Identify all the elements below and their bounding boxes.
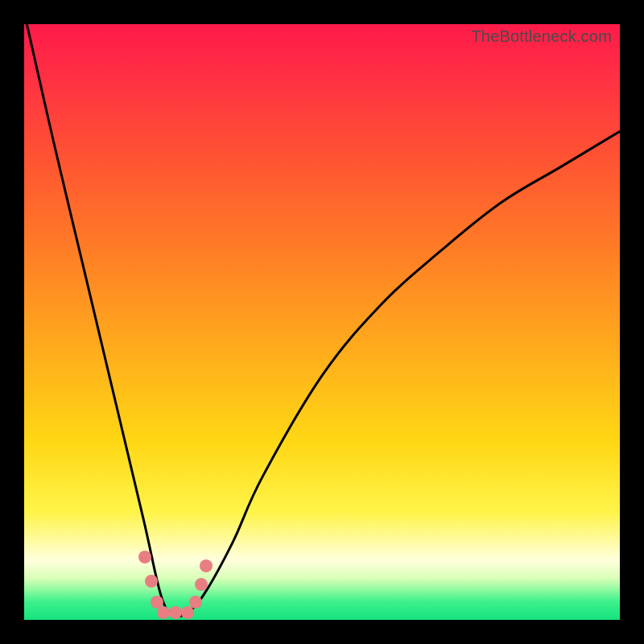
highlight-dot (138, 551, 151, 564)
highlight-dot (181, 606, 194, 619)
highlight-dot (157, 606, 170, 619)
highlight-dots-layer (24, 24, 620, 620)
highlight-dot (169, 606, 182, 619)
highlight-dot (195, 578, 208, 591)
highlight-dot (145, 575, 158, 588)
highlight-dot (189, 596, 202, 609)
chart-plot-area: TheBottleneck.com (24, 24, 620, 620)
highlight-dot (200, 559, 213, 572)
